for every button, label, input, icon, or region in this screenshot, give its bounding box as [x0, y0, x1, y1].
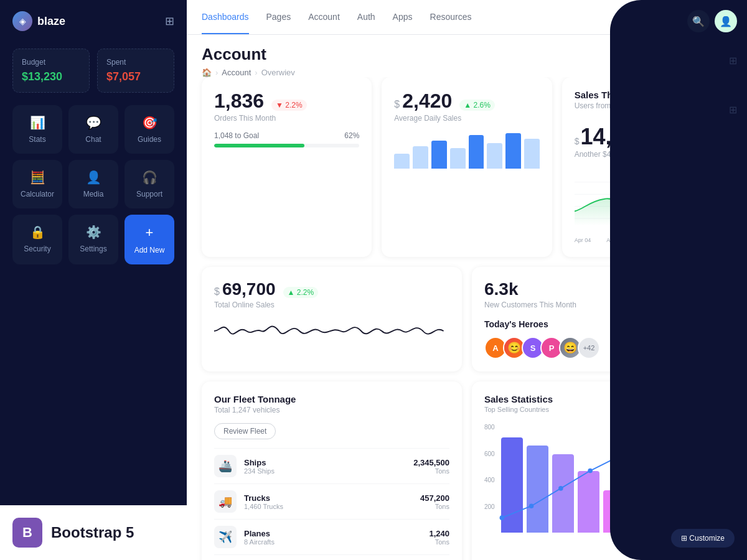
trucks-values: 457,200 Tons	[420, 493, 449, 510]
spent-value: $7,057	[106, 70, 165, 83]
nav-auth[interactable]: Auth	[357, 1, 375, 34]
media-label: Media	[83, 190, 104, 198]
panel-content: ⊞ ⊞	[620, 42, 737, 550]
ships-icon: 🚢	[214, 455, 237, 477]
sidebar-header: ◈ blaze ⊞	[0, 0, 187, 42]
fleet-ships-row: 🚢 Ships 234 Ships 2,345,500 Tons	[214, 448, 449, 483]
page-header: Account 🏠 › Account › Overwiev	[202, 45, 295, 77]
sidebar-item-calculator[interactable]: 🧮 Calculator	[12, 160, 62, 208]
budget-card: Budget $13,230	[12, 49, 90, 93]
orders-badge: ▼ 2.2%	[271, 100, 307, 111]
panel-user-icon[interactable]: 👤	[715, 10, 737, 32]
add-new-label: Add New	[134, 246, 165, 254]
panel-search-icon[interactable]: 🔍	[687, 10, 710, 32]
app-name: blaze	[37, 15, 65, 28]
trucks-unit: Tons	[420, 503, 449, 510]
ships-value: 2,345,500	[413, 458, 449, 467]
bar-1	[394, 154, 410, 169]
sidebar-item-media[interactable]: 👤 Media	[68, 160, 118, 208]
bar-chart-1	[501, 437, 523, 533]
bar-chart-2	[527, 446, 548, 533]
stats-label: Stats	[29, 135, 45, 144]
sidebar-item-security[interactable]: 🔒 Security	[12, 215, 62, 264]
daily-sales-value: 2,420	[402, 90, 452, 113]
panel-grid-icon-1[interactable]: ⊞	[729, 55, 737, 67]
ships-values: 2,345,500 Tons	[413, 458, 449, 475]
fleet-planes-row: ✈️ Planes 8 Aircrafts 1,240 Tons	[214, 519, 449, 554]
planes-info: Planes 8 Aircrafts	[244, 529, 429, 546]
trucks-count: 1,460 Trucks	[244, 503, 420, 510]
nav-account[interactable]: Account	[308, 1, 340, 34]
support-label: Support	[136, 190, 162, 198]
daily-sales-label: Average Daily Sales	[394, 114, 539, 123]
bar-3	[431, 141, 447, 169]
ships-name: Ships	[244, 458, 413, 467]
bootstrap-badge: B Bootstrap 5	[0, 505, 187, 560]
breadcrumb: 🏠 › Account › Overwiev	[202, 68, 295, 77]
customize-button[interactable]: ⊞ Customize	[671, 529, 735, 548]
bar-7	[505, 133, 521, 169]
nav-resources[interactable]: Resources	[430, 1, 472, 34]
calculator-label: Calculator	[21, 190, 54, 198]
bootstrap-text: Bootstrap 5	[51, 524, 134, 541]
daily-sales-badge: ▲ 2.6%	[459, 100, 495, 111]
nav-pages[interactable]: Pages	[266, 1, 291, 34]
guides-icon: 🎯	[142, 115, 157, 130]
panel-mini-icons: ⊞ ⊞	[620, 55, 737, 116]
customers-label: New Customers This Month	[484, 301, 576, 309]
waveform-chart	[214, 309, 449, 353]
planes-unit: Tons	[429, 538, 449, 546]
settings-icon: ⚙️	[86, 225, 101, 240]
nav-apps[interactable]: Apps	[393, 1, 413, 34]
planes-value: 1,240	[429, 529, 449, 538]
trucks-value: 457,200	[420, 493, 449, 503]
review-fleet-button[interactable]: Review Fleet	[214, 423, 276, 439]
breadcrumb-account[interactable]: Account	[222, 68, 251, 77]
y-axis-labels: 800 600 400 200	[484, 421, 495, 533]
right-dark-panel: 🔍 👤 ⊞ ⊞ ⊞ Customize	[610, 0, 747, 560]
sidebar-item-stats[interactable]: 📊 Stats	[12, 105, 62, 154]
budget-label: Budget	[22, 58, 80, 67]
fleet-title: Our Fleet Tonnage	[214, 394, 449, 404]
sidebar-item-add-new[interactable]: + Add New	[125, 215, 174, 264]
chat-label: Chat	[85, 135, 101, 144]
ships-info: Ships 234 Ships	[244, 458, 413, 475]
progress-bar	[214, 144, 359, 147]
planes-count: 8 Aircrafts	[244, 538, 429, 546]
media-icon: 👤	[86, 170, 101, 185]
ships-count: 234 Ships	[244, 467, 413, 475]
security-icon: 🔒	[30, 225, 45, 240]
fleet-sub: Total 1,247 vehicles	[214, 406, 449, 414]
fleet-trains-row: 🚂 Trains 804,300	[214, 554, 449, 560]
sidebar-item-guides[interactable]: 🎯 Guides	[125, 105, 174, 154]
bar-6	[487, 143, 502, 169]
spent-label: Spent	[106, 58, 165, 67]
progress-goal-label: 1,048 to Goal	[214, 131, 259, 140]
nav-dashboards[interactable]: Dashboards	[202, 1, 249, 34]
bar-2	[413, 146, 428, 169]
heroes-count-badge: +42	[578, 337, 600, 359]
bar-4	[450, 148, 466, 169]
online-sales-value: 69,700	[222, 279, 276, 299]
planes-icon: ✈️	[214, 526, 237, 548]
mini-bar-chart	[394, 131, 539, 169]
top-nav-links: Dashboards Pages Account Auth Apps Resou…	[202, 1, 471, 34]
sidebar-item-chat[interactable]: 💬 Chat	[68, 105, 118, 154]
sidebar-item-settings[interactable]: ⚙️ Settings	[68, 215, 118, 264]
fleet-trucks-row: 🚚 Trucks 1,460 Trucks 457,200 Tons	[214, 483, 449, 519]
sidebar: ◈ blaze ⊞ Budget $13,230 Spent $7,057 📊 …	[0, 0, 187, 560]
bootstrap-icon: B	[12, 518, 42, 548]
orders-card: 1,836 ▼ 2.2% Orders This Month 1,048 to …	[202, 77, 372, 257]
sidebar-item-support[interactable]: 🎧 Support	[125, 160, 174, 208]
calculator-icon: 🧮	[30, 170, 45, 185]
settings-label: Settings	[80, 245, 106, 253]
logo-icon: ◈	[12, 11, 32, 31]
budget-value: $13,230	[22, 70, 80, 83]
panel-grid-icon-2[interactable]: ⊞	[729, 104, 737, 116]
online-sales-badge: ▲ 2.2%	[283, 287, 319, 298]
menu-icon[interactable]: ⊞	[165, 14, 174, 28]
budget-section: Budget $13,230 Spent $7,057	[0, 42, 187, 105]
sidebar-logo: ◈ blaze	[12, 11, 65, 31]
orders-value: 1,836	[214, 90, 264, 113]
breadcrumb-home-icon[interactable]: 🏠	[202, 68, 212, 77]
